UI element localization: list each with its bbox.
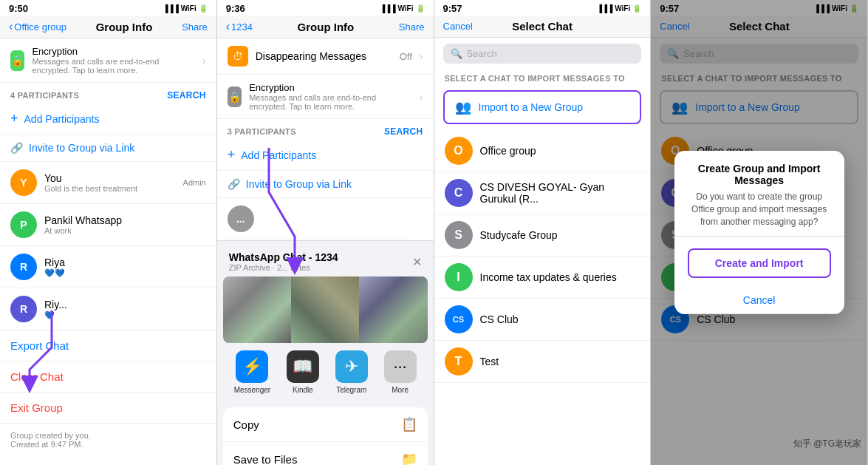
encryption-title-1: Encryption — [32, 46, 195, 57]
member-riya-text-1: Riya 💙💙 — [44, 257, 206, 278]
signal-icon: ▐▐▐ — [163, 4, 178, 13]
preview-img-3 — [359, 276, 427, 343]
status-icons-2: ▐▐▐ WiFi 🔋 — [380, 4, 424, 13]
member-riya-subtitle-1: 💙💙 — [44, 268, 206, 278]
share-button-2[interactable]: Share — [399, 21, 425, 33]
member-riy-text-1: Riy... 💙 — [44, 299, 206, 320]
search-button-1[interactable]: SEARCH — [167, 90, 205, 101]
chat-income-3[interactable]: I Income tax updates & queries — [434, 257, 651, 299]
dialog-confirm-wrapper-4: Create and Import — [674, 237, 844, 287]
clear-chat-1[interactable]: Clear Chat — [0, 362, 216, 393]
search-placeholder-3: Search — [467, 48, 497, 59]
share-app-kindle-2[interactable]: 📖 Kindle — [287, 350, 319, 394]
plus-icon-1: + — [10, 111, 18, 126]
exit-group-1[interactable]: Exit Group — [0, 393, 216, 424]
share-button-1[interactable]: Share — [182, 21, 208, 33]
search-bar-3[interactable]: 🔍 Search — [443, 44, 642, 64]
export-chat-label-1: Export Chat — [10, 339, 69, 352]
add-participants-2[interactable]: + Add Participants — [217, 140, 434, 171]
create-import-button-4[interactable]: Create and Import — [688, 248, 831, 278]
nav-title-2: Group Info — [298, 21, 355, 33]
signal-icon-2: ▐▐▐ — [380, 4, 395, 13]
invite-link-2[interactable]: 🔗 Invite to Group via Link — [217, 171, 434, 198]
share-app-messenger-2[interactable]: ⚡ Messenger — [234, 350, 270, 394]
footer-info-1: Group created by you.Created at 9:47 PM. — [0, 424, 216, 456]
back-button-2[interactable]: ‹ 1234 — [226, 20, 253, 33]
dialog-title-4: Create Group and Import Messages — [686, 163, 833, 186]
link-icon-1: 🔗 — [10, 142, 23, 154]
link-icon-2: 🔗 — [228, 178, 240, 190]
nav-title-3: Select Chat — [512, 20, 573, 33]
member-riya-1[interactable]: R Riya 💙💙 — [0, 246, 216, 288]
dialog-overlay-4: Create Group and Import Messages Do you … — [651, 0, 867, 465]
share-app-more-2[interactable]: ··· More — [384, 350, 417, 394]
share-sheet-subtitle-2: ZIP Archive · 2... bytes — [229, 263, 338, 272]
member-you-1[interactable]: Y You Gold is the best treatment Admin — [0, 162, 216, 204]
admin-badge-1: Admin — [183, 178, 206, 187]
battery-icon-2: 🔋 — [416, 4, 425, 13]
disappearing-label-2: Disappearing Messages — [256, 50, 392, 62]
back-button-1[interactable]: ‹ Office group — [9, 20, 66, 33]
member-pankil-1[interactable]: P Pankil Whatsapp At work — [0, 204, 216, 246]
member-riy-name-1: Riy... — [44, 299, 206, 310]
nav-back-label-2: 1234 — [231, 21, 253, 33]
share-sheet-title-group-2: WhatsApp Chat - 1234 ZIP Archive · 2... … — [229, 251, 338, 272]
avatar-partial-2: ... — [228, 206, 254, 232]
import-new-group-3[interactable]: 👥 Import to a New Group — [443, 90, 642, 124]
chevron-right-disp-2: › — [420, 50, 423, 62]
cancel-dialog-button-4[interactable]: Cancel — [674, 287, 844, 314]
time-1: 9:50 — [9, 3, 28, 14]
avatar-office-3: O — [445, 137, 473, 165]
dialog-actions-4: Create and Import Cancel — [674, 236, 844, 314]
participants-count-2: 3 PARTICIPANTS — [228, 127, 296, 136]
disappearing-row-2[interactable]: ⏱ Disappearing Messages Off › — [217, 38, 434, 75]
chat-office-3[interactable]: O Office group — [434, 130, 651, 172]
share-sheet-title-2: WhatsApp Chat - 1234 — [229, 251, 338, 263]
chat-cs-name-3: CS DIVESH GOYAL- Gyan Gurukul (R... — [480, 181, 640, 205]
participants-count-1: 4 PARTICIPANTS — [10, 91, 79, 100]
copy-action-2[interactable]: Copy 📋 — [223, 407, 428, 442]
save-action-2[interactable]: Save to Files 📁 — [223, 442, 428, 465]
member-riya-name-1: Riya — [44, 257, 206, 268]
messenger-label-2: Messenger — [234, 386, 270, 394]
dialog-message-4: Do you want to create the group Office g… — [686, 191, 833, 228]
share-sheet-2: WhatsApp Chat - 1234 ZIP Archive · 2... … — [217, 240, 434, 465]
chevron-right-icon-enc-1: › — [202, 55, 206, 67]
kindle-icon-2: 📖 — [287, 350, 319, 383]
chat-cs-3[interactable]: C CS DIVESH GOYAL- Gyan Gurukul (R... — [434, 172, 651, 214]
more-label-2: More — [392, 386, 409, 394]
avatar-income-3: I — [445, 263, 473, 291]
member-partial-2[interactable]: ... — [217, 198, 434, 240]
nav-bar-3: Cancel Select Chat — [434, 16, 651, 38]
invite-link-1[interactable]: 🔗 Invite to Group via Link — [0, 135, 216, 162]
close-icon-share-2[interactable]: ✕ — [412, 255, 422, 269]
wifi-icon-2: WiFi — [397, 4, 413, 13]
lock-icon-2: 🔒 — [228, 86, 242, 107]
member-pankil-subtitle-1: At work — [44, 226, 206, 235]
avatar-pankil-1: P — [10, 211, 37, 238]
status-bar-1: 9:50 ▐▐▐ WiFi 🔋 — [0, 0, 216, 16]
member-riy-1[interactable]: R Riy... 💙 — [0, 288, 216, 330]
signal-icon-3: ▐▐▐ — [597, 4, 612, 13]
search-button-2[interactable]: SEARCH — [384, 126, 423, 137]
encryption-row-2[interactable]: 🔒 Encryption Messages and calls are end-… — [217, 75, 434, 119]
lock-icon-1: 🔒 — [10, 50, 24, 71]
messenger-icon-2: ⚡ — [236, 350, 268, 383]
chevron-left-icon-1: ‹ — [9, 20, 13, 33]
add-participants-1[interactable]: + Add Participants — [0, 103, 216, 135]
avatar-study-3: S — [445, 221, 473, 249]
dialog-box-4: Create Group and Import Messages Do you … — [674, 151, 844, 313]
encryption-row-1[interactable]: 🔒 Encryption Messages and calls are end-… — [0, 38, 216, 83]
wifi-icon: WiFi — [181, 4, 197, 13]
export-chat-1[interactable]: Export Chat — [0, 330, 216, 362]
member-pankil-text-1: Pankil Whatsapp At work — [44, 214, 206, 235]
nav-title-1: Group Info — [96, 21, 153, 33]
avatar-test-3: T — [445, 347, 473, 376]
chat-csclub-3[interactable]: CS CS Club — [434, 299, 651, 341]
cancel-button-3[interactable]: Cancel — [443, 21, 473, 32]
chat-test-3[interactable]: T Test — [434, 341, 651, 383]
share-app-telegram-2[interactable]: ✈ Telegram — [335, 350, 368, 394]
disappearing-value-2: Off — [400, 51, 412, 62]
panel-4-dialog: 9:57 ▐▐▐ WiFi 🔋 Cancel Select Chat 🔍 Sea… — [651, 0, 868, 465]
chat-study-3[interactable]: S Studycafe Group — [434, 214, 651, 257]
